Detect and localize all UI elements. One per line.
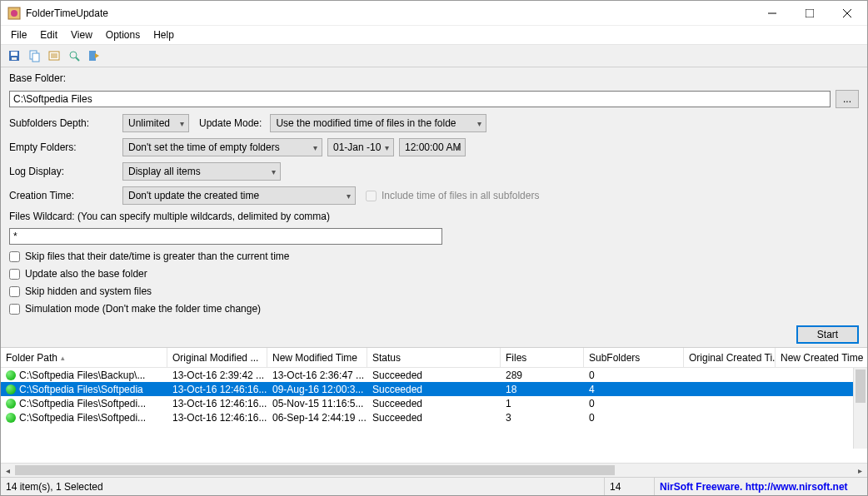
creation-time-label: Creation Time:: [9, 190, 117, 201]
status-selection: 14 item(s), 1 Selected: [1, 478, 605, 495]
title-bar: FolderTimeUpdate: [1, 1, 867, 26]
subfolders-depth-select[interactable]: Unlimited: [122, 114, 189, 132]
svg-line-16: [76, 57, 79, 61]
date-select[interactable]: 01-Jan -10: [327, 138, 394, 156]
time-select[interactable]: 12:00:00 AM: [399, 138, 466, 156]
wildcard-label: Files Wildcard: (You can specify multipl…: [9, 211, 859, 222]
col-original-modified[interactable]: Original Modified ...: [167, 348, 267, 367]
save-icon[interactable]: [6, 47, 22, 64]
svg-rect-10: [32, 53, 39, 62]
skip-future-label: Skip files that their date/time is great…: [25, 250, 289, 262]
update-base-checkbox[interactable]: [9, 269, 20, 280]
window-title: FolderTimeUpdate: [26, 7, 753, 19]
svg-rect-17: [89, 51, 96, 61]
include-subfolders-checkbox: [366, 191, 377, 201]
menu-options[interactable]: Options: [99, 27, 147, 43]
copy-icon[interactable]: [26, 47, 42, 64]
close-button[interactable]: [828, 2, 866, 25]
table-body: C:\Softpedia Files\Backup\...13-Oct-16 2…: [1, 368, 867, 463]
table-row[interactable]: C:\Softpedia Files\Softpedi...13-Oct-16 …: [1, 410, 867, 424]
wildcard-input[interactable]: [9, 228, 442, 245]
status-ok-icon: [6, 399, 16, 409]
menu-view[interactable]: View: [64, 27, 99, 43]
update-mode-label: Update Mode:: [199, 117, 262, 129]
table-header: Folder Path▴ Original Modified ... New M…: [1, 348, 867, 368]
menu-bar: File Edit View Options Help: [1, 26, 867, 44]
menu-edit[interactable]: Edit: [33, 27, 64, 43]
browse-button[interactable]: ...: [836, 90, 859, 108]
minimize-button[interactable]: [753, 2, 791, 25]
update-base-label: Update also the base folder: [25, 268, 147, 280]
toolbar: [1, 44, 867, 67]
vertical-scrollbar[interactable]: [853, 368, 867, 449]
scroll-left-icon[interactable]: ◂: [1, 464, 15, 477]
app-icon: [7, 7, 21, 20]
col-status[interactable]: Status: [367, 348, 501, 367]
table-row[interactable]: C:\Softpedia Files\Softpedi...13-Oct-16 …: [1, 396, 867, 410]
status-ok-icon: [6, 384, 16, 394]
sort-asc-icon: ▴: [61, 354, 65, 362]
scroll-right-icon[interactable]: ▸: [853, 464, 867, 477]
log-display-select[interactable]: Display all items: [122, 162, 281, 181]
include-subfolders-label: Include time of files in all subfolders: [382, 190, 539, 201]
col-files[interactable]: Files: [501, 348, 584, 367]
svg-point-15: [70, 52, 77, 58]
menu-file[interactable]: File: [4, 27, 33, 43]
form-area: Base Folder: ... Subfolders Depth: Unlim…: [1, 67, 867, 347]
find-icon[interactable]: [66, 47, 82, 64]
skip-hidden-label: Skip hidden and system files: [25, 285, 152, 297]
status-count: 14: [605, 478, 655, 495]
col-subfolders[interactable]: SubFolders: [584, 348, 684, 367]
status-ok-icon: [6, 370, 16, 380]
properties-icon[interactable]: [46, 47, 62, 64]
svg-rect-8: [12, 57, 17, 60]
menu-help[interactable]: Help: [147, 27, 181, 43]
log-display-label: Log Display:: [9, 166, 117, 177]
simulation-label: Simulation mode (Don't make the folder t…: [25, 303, 261, 315]
status-credit-link[interactable]: NirSoft Freeware. http://www.nirsoft.net: [655, 478, 867, 495]
table-row[interactable]: C:\Softpedia Files\Backup\...13-Oct-16 2…: [1, 368, 867, 382]
exit-icon[interactable]: [86, 47, 102, 64]
horizontal-scrollbar[interactable]: ◂ ▸: [1, 463, 867, 477]
creation-time-select[interactable]: Don't update the created time: [122, 186, 356, 205]
col-original-created[interactable]: Original Created Ti...: [684, 348, 776, 367]
empty-folders-select[interactable]: Don't set the time of empty folders: [122, 138, 322, 156]
status-ok-icon: [6, 413, 16, 423]
skip-hidden-checkbox[interactable]: [9, 286, 20, 297]
svg-point-1: [11, 10, 17, 17]
start-button[interactable]: Start: [796, 325, 859, 344]
update-mode-select[interactable]: Use the modified time of files in the fo…: [270, 114, 486, 132]
skip-future-checkbox[interactable]: [9, 251, 20, 262]
maximize-button[interactable]: [791, 2, 828, 25]
svg-rect-7: [11, 52, 17, 56]
col-folder-path[interactable]: Folder Path▴: [1, 348, 167, 367]
results-table: Folder Path▴ Original Modified ... New M…: [1, 347, 867, 477]
table-row[interactable]: C:\Softpedia Files\Softpedia13-Oct-16 12…: [1, 382, 867, 396]
base-folder-label: Base Folder:: [9, 72, 859, 84]
subfolders-depth-label: Subfolders Depth:: [9, 117, 117, 129]
svg-rect-3: [806, 9, 814, 17]
base-folder-input[interactable]: [9, 91, 831, 107]
empty-folders-label: Empty Folders:: [9, 141, 117, 153]
col-new-modified[interactable]: New Modified Time: [267, 348, 367, 367]
status-bar: 14 item(s), 1 Selected 14 NirSoft Freewa…: [1, 477, 867, 495]
simulation-checkbox[interactable]: [9, 304, 20, 315]
col-new-created[interactable]: New Created Time: [776, 348, 867, 367]
